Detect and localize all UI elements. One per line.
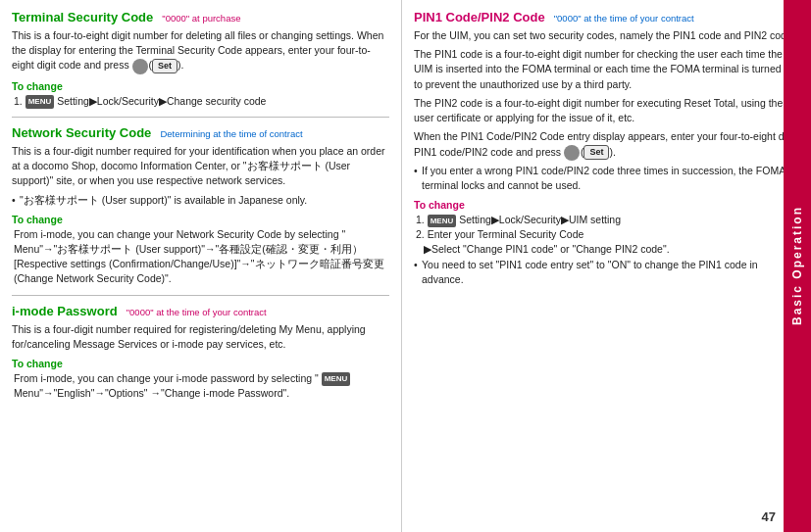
terminal-security-body: This is a four-to-eight digit number for… bbox=[12, 28, 389, 74]
pin-body1: For the UIM, you can set two security co… bbox=[414, 28, 799, 43]
pin-subtitle: "0000" at the time of your contract bbox=[554, 13, 694, 24]
to-change-label-1: To change bbox=[12, 80, 389, 92]
network-security-section: Network Security Code Determining at the… bbox=[12, 125, 389, 287]
pin-body2: The PIN1 code is a four-to-eight digit n… bbox=[414, 47, 799, 92]
to-change-label-4: To change bbox=[414, 199, 799, 211]
main-content: Terminal Security Code "0000" at purchas… bbox=[0, 0, 811, 532]
to-change-label-3: To change bbox=[12, 358, 389, 369]
pin-title: PIN1 Code/PIN2 Code bbox=[414, 10, 545, 24]
imode-change: From i-mode, you can change your i-mode … bbox=[12, 371, 389, 401]
network-security-title: Network Security Code bbox=[12, 125, 151, 140]
pin-step2: 2. Enter your Terminal Security Code bbox=[414, 227, 799, 242]
left-column: Terminal Security Code "0000" at purchas… bbox=[0, 0, 402, 532]
network-security-bullet: "お客様サポート (User support)" is available in… bbox=[12, 193, 389, 208]
terminal-security-section: Terminal Security Code "0000" at purchas… bbox=[12, 10, 389, 109]
imode-body: This is a four-digit number required for… bbox=[12, 322, 389, 352]
pin-bullet1: If you enter a wrong PIN1 code/PIN2 code… bbox=[414, 164, 799, 193]
terminal-security-title-line: Terminal Security Code "0000" at purchas… bbox=[12, 10, 389, 24]
menu-icon-1: MENU bbox=[25, 95, 55, 109]
imode-title: i-mode Password bbox=[12, 304, 118, 318]
imode-title-line: i-mode Password "0000" at the time of yo… bbox=[12, 304, 389, 318]
side-tab-text: Basic Operation bbox=[790, 206, 804, 325]
divider-2 bbox=[12, 295, 389, 296]
network-security-title-line: Network Security Code Determining at the… bbox=[12, 125, 389, 140]
pin-arrow-text: ▶Select "Change PIN1 code" or "Change PI… bbox=[414, 243, 799, 255]
set-button-2: Set bbox=[583, 145, 609, 160]
set-button-1: Set bbox=[152, 59, 177, 73]
terminal-security-subtitle: "0000" at purchase bbox=[162, 13, 240, 24]
to-change-label-2: To change bbox=[12, 214, 389, 225]
circle-icon-2 bbox=[564, 145, 580, 161]
terminal-security-title: Terminal Security Code bbox=[12, 10, 153, 24]
network-security-body: This is a four-digit number required for… bbox=[12, 144, 389, 189]
divider-1 bbox=[12, 117, 389, 118]
pin-section: PIN1 Code/PIN2 Code "0000" at the time o… bbox=[414, 10, 799, 287]
pin-title-line: PIN1 Code/PIN2 Code "0000" at the time o… bbox=[414, 10, 799, 24]
imode-password-section: i-mode Password "0000" at the time of yo… bbox=[12, 304, 389, 402]
network-security-change: From i-mode, you can change your Network… bbox=[12, 227, 389, 287]
pin-body4: When the PIN1 Code/PIN2 Code entry displ… bbox=[414, 129, 799, 160]
terminal-security-step: 1. MENU Setting▶Lock/Security▶Change sec… bbox=[12, 94, 389, 109]
page-number: 47 bbox=[762, 509, 776, 524]
menu-icon-2: MENU bbox=[322, 372, 351, 386]
circle-icon bbox=[132, 59, 148, 74]
network-security-subtitle: Determining at the time of contract bbox=[160, 128, 302, 139]
menu-icon-3: MENU bbox=[428, 215, 457, 228]
pin-step1: 1. MENU Setting▶Lock/Security▶UIM settin… bbox=[414, 213, 799, 227]
right-column: PIN1 Code/PIN2 Code "0000" at the time o… bbox=[402, 0, 811, 532]
pin-bullet2: You need to set "PIN1 code entry set" to… bbox=[414, 258, 799, 287]
side-tab: Basic Operation bbox=[784, 0, 811, 532]
pin-body3: The PIN2 code is a four-to-eight digit n… bbox=[414, 96, 799, 125]
imode-subtitle: "0000" at the time of your contract bbox=[127, 307, 267, 317]
